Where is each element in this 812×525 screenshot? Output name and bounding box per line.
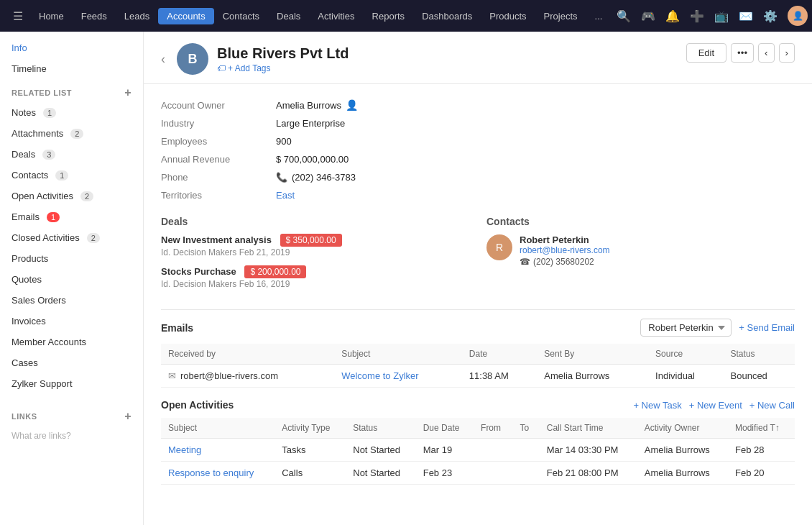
open-activities-header: Open Activities + New Task + New Event +…	[161, 399, 795, 411]
activities-table-body: Meeting Tasks Not Started Mar 19 Mar 14 …	[161, 439, 795, 485]
add-link-icon[interactable]: +	[124, 410, 132, 423]
deal-badge: $ 200,000.00	[244, 265, 306, 278]
nav-item-contacts[interactable]: Contacts	[214, 8, 268, 24]
annual-revenue-value: $ 700,000,000.00	[276, 154, 349, 165]
sidebar-item-products[interactable]: Products	[0, 248, 143, 269]
add-tags-link[interactable]: 🏷 + Add Tags	[217, 63, 795, 73]
bell-icon[interactable]: 🔔	[665, 9, 680, 23]
email-status: Bounced	[724, 365, 795, 388]
mail-icon[interactable]: ✉️	[739, 9, 753, 23]
sidebar-item-info[interactable]: Info	[0, 37, 143, 58]
nav-item-home[interactable]: Home	[30, 8, 73, 24]
sidebar-item-open-activities[interactable]: Open Activities2	[0, 186, 143, 206]
contact-details: Robert Peterkin robert@blue-rivers.com ☎…	[520, 234, 610, 267]
sidebar-item-closed-activities[interactable]: Closed Activities2	[0, 227, 143, 248]
email-subject-link[interactable]: Welcome to Zylker	[341, 370, 418, 381]
email-sentby: Amelia Burrows	[537, 365, 648, 388]
emails-actions: Robert Peterkin + Send Email	[640, 319, 795, 337]
record-header: ‹ B Blue Rivers Pvt Ltd 🏷 + Add Tags Edi…	[144, 32, 812, 84]
industry-row: Industry Large Enterprise	[161, 114, 795, 132]
emails-col-date: Date	[462, 344, 537, 365]
edit-button[interactable]: Edit	[686, 43, 726, 63]
record-actions: Edit ••• ‹ ›	[686, 43, 795, 63]
emails-col-sentby: Sent By	[537, 344, 648, 365]
links-header: LINKS +	[0, 403, 143, 426]
nav-item-dashboards[interactable]: Dashboards	[413, 8, 481, 24]
act-col-callstart: Call Start Time	[540, 418, 637, 439]
sidebar-item-cases[interactable]: Cases	[0, 352, 143, 373]
activity-subject-link[interactable]: Meeting	[168, 444, 201, 455]
employees-label: Employees	[161, 136, 276, 147]
hamburger-icon[interactable]: ☰	[9, 6, 27, 26]
links-placeholder[interactable]: What are links?	[0, 426, 143, 446]
nav-item-feeds[interactable]: Feeds	[73, 8, 116, 24]
sidebar-item-timeline[interactable]: Timeline	[0, 58, 143, 79]
record-avatar: B	[177, 43, 208, 75]
act-modified: Feb 28	[728, 439, 795, 462]
nav-item-accounts[interactable]: Accounts	[158, 8, 213, 24]
plus-icon[interactable]: ➕	[690, 9, 704, 23]
new-call-button[interactable]: + New Call	[749, 400, 795, 411]
act-type: Calls	[274, 462, 346, 485]
act-owner: Amelia Burrows	[637, 462, 728, 485]
deals-list: New Investment analysis $ 350,000.00 Id.…	[161, 234, 469, 289]
activity-subject-link[interactable]: Response to enquiry	[168, 467, 254, 478]
contact-phone: ☎ (202) 35680202	[520, 257, 610, 267]
more-options-button[interactable]: •••	[731, 43, 754, 63]
act-to	[513, 439, 540, 462]
new-task-button[interactable]: + New Task	[633, 400, 681, 411]
nav-icons: 🔍 🎮 🔔 ➕ 📺 ✉️ ⚙️ 👤	[617, 6, 808, 26]
nav-item-reports[interactable]: Reports	[364, 8, 414, 24]
deal-name[interactable]: Stocks Purchase	[161, 266, 236, 277]
add-related-icon[interactable]: +	[124, 86, 132, 99]
nav-item-projects[interactable]: Projects	[535, 8, 586, 24]
screen-icon[interactable]: 📺	[714, 9, 729, 23]
nav-item-...[interactable]: ...	[586, 8, 612, 24]
activity-row-1: Response to enquiry Calls Not Started Fe…	[161, 462, 795, 485]
emails-section-header: Emails Robert Peterkin + Send Email	[161, 319, 795, 337]
user-avatar[interactable]: 👤	[788, 6, 808, 26]
sidebar-item-deals[interactable]: Deals3	[0, 144, 143, 165]
search-icon[interactable]: 🔍	[617, 9, 631, 23]
emails-table: Received by Subject Date Sent By Source …	[161, 344, 795, 388]
nav-item-deals[interactable]: Deals	[268, 8, 309, 24]
open-activities-section: Open Activities + New Task + New Event +…	[144, 399, 812, 496]
deal-name[interactable]: New Investment analysis	[161, 234, 272, 245]
badge-deals: 3	[42, 150, 55, 160]
sidebar-item-quotes[interactable]: Quotes	[0, 269, 143, 290]
sidebar-item-emails[interactable]: Emails1	[0, 206, 143, 227]
contact-email[interactable]: robert@blue-rivers.com	[520, 245, 610, 255]
prev-record-button[interactable]: ‹	[758, 43, 774, 63]
back-button[interactable]: ‹	[161, 52, 165, 67]
activity-row-0: Meeting Tasks Not Started Mar 19 Mar 14 …	[161, 439, 795, 462]
act-col-status: Status	[346, 418, 415, 439]
sidebar-item-contacts[interactable]: Contacts1	[0, 165, 143, 186]
emails-col-subject: Subject	[334, 344, 462, 365]
new-event-button[interactable]: + New Event	[689, 400, 742, 411]
deal-meta: Id. Decision Makers Feb 16, 2019	[161, 279, 469, 289]
gamepad-icon[interactable]: 🎮	[641, 9, 655, 23]
territories-row: Territories East	[161, 186, 795, 204]
next-record-button[interactable]: ›	[779, 43, 795, 63]
act-callstart: Mar 14 03:30 PM	[540, 439, 637, 462]
nav-item-products[interactable]: Products	[481, 8, 535, 24]
email-contact-dropdown[interactable]: Robert Peterkin	[640, 319, 732, 337]
send-email-button[interactable]: + Send Email	[739, 322, 795, 333]
badge-open-activities: 2	[80, 191, 93, 201]
settings-icon[interactable]: ⚙️	[763, 9, 778, 23]
sidebar-item-zylker-support[interactable]: Zylker Support	[0, 373, 143, 394]
nav-item-leads[interactable]: Leads	[116, 8, 158, 24]
sidebar-item-member-accounts[interactable]: Member Accounts	[0, 332, 143, 352]
industry-label: Industry	[161, 118, 276, 129]
nav-item-activities[interactable]: Activities	[309, 8, 363, 24]
phone-row: Phone 📞 (202) 346-3783	[161, 168, 795, 186]
sidebar-item-invoices[interactable]: Invoices	[0, 311, 143, 332]
annual-revenue-row: Annual Revenue $ 700,000,000.00	[161, 150, 795, 168]
badge-emails: 1	[47, 212, 60, 222]
deals-panel: Deals New Investment analysis $ 350,000.…	[161, 216, 469, 298]
activities-table: Subject Activity Type Status Due Date Fr…	[161, 418, 795, 485]
sidebar-item-sales-orders[interactable]: Sales Orders	[0, 290, 143, 311]
territories-value: East	[276, 190, 295, 201]
sidebar-item-notes[interactable]: Notes1	[0, 102, 143, 123]
sidebar-item-attachments[interactable]: Attachments2	[0, 123, 143, 144]
